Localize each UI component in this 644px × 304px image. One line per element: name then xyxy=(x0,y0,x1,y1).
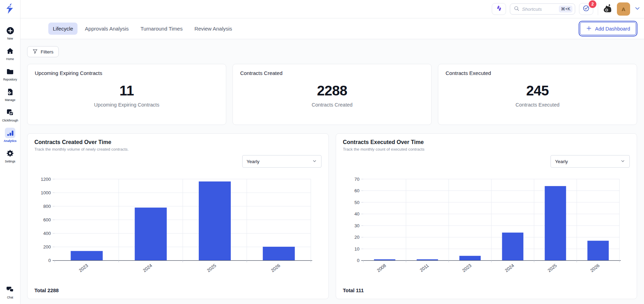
sidebar-nav: New Home Repository xyxy=(0,25,20,163)
period-select-value: Yearly xyxy=(247,159,260,164)
tasks-button[interactable]: 2 xyxy=(579,3,593,15)
mascot-avatar[interactable] xyxy=(603,3,613,15)
chart-header: Contracts Executed Over Time Track the m… xyxy=(343,139,630,151)
tab-turnaround-times[interactable]: Turnaround Times xyxy=(136,23,187,35)
sidebar-item-label: Home xyxy=(6,57,14,61)
svg-text:800: 800 xyxy=(43,204,51,209)
dashboard-content: Filters Upcoming Expiring Contracts 11 U… xyxy=(21,39,644,304)
bar-chart-icon xyxy=(5,128,15,138)
chart-total: Total 111 xyxy=(343,287,630,295)
svg-text:20: 20 xyxy=(354,235,359,240)
sidebar-item-clickthrough[interactable]: Clickthrough xyxy=(0,107,20,122)
chart-total: Total 2288 xyxy=(34,287,321,295)
folder-icon xyxy=(5,66,15,77)
tab-review-analysis[interactable]: Review Analysis xyxy=(190,23,236,35)
home-icon xyxy=(5,46,15,56)
svg-text:2023: 2023 xyxy=(461,263,472,273)
sidebar-item-analytics[interactable]: Analytics xyxy=(0,128,20,143)
filter-funnel-icon xyxy=(32,49,38,55)
svg-text:40: 40 xyxy=(354,211,359,217)
svg-text:1000: 1000 xyxy=(41,190,51,195)
svg-text:2026: 2026 xyxy=(270,263,281,273)
svg-text:2024: 2024 xyxy=(504,263,515,273)
chart-card-contracts-created: Contracts Created Over Time Track the mo… xyxy=(27,133,329,299)
svg-text:600: 600 xyxy=(43,217,51,222)
add-dashboard-button[interactable]: Add Dashboard xyxy=(580,22,636,35)
chat-icon xyxy=(5,284,15,295)
sidebar-item-label: Analytics xyxy=(4,139,17,143)
app-logo[interactable] xyxy=(0,0,20,18)
svg-text:2025: 2025 xyxy=(546,263,557,273)
chart-header: Contracts Created Over Time Track the mo… xyxy=(34,139,321,151)
svg-text:2011: 2011 xyxy=(419,263,430,273)
main-column: ⌘+K 2 A xyxy=(21,0,644,304)
sidebar-item-settings[interactable]: Settings xyxy=(0,148,20,163)
stat-card-title: Contracts Executed xyxy=(446,70,629,76)
sidebar-item-label: Repository xyxy=(3,78,17,81)
stat-card-title: Contracts Created xyxy=(240,70,424,76)
svg-text:50: 50 xyxy=(354,200,359,205)
user-avatar[interactable]: A xyxy=(617,2,630,16)
avatar-initial: A xyxy=(622,6,626,12)
svg-text:2008: 2008 xyxy=(376,263,387,273)
svg-text:10: 10 xyxy=(354,246,359,252)
stat-card-upcoming-expiring: Upcoming Expiring Contracts 11 Upcoming … xyxy=(27,64,226,125)
stat-value: 2288 xyxy=(317,83,347,98)
plus-icon xyxy=(586,25,592,32)
chart-subtitle: Track the monthly volume of newly create… xyxy=(34,147,321,151)
search-box[interactable]: ⌘+K xyxy=(510,3,575,15)
sidebar-item-chat[interactable]: Chat xyxy=(0,284,20,299)
topbar-divider xyxy=(598,3,598,15)
chart-cards-row: Contracts Created Over Time Track the mo… xyxy=(27,133,637,299)
svg-text:2023: 2023 xyxy=(78,263,89,273)
stat-value: 11 xyxy=(120,83,134,98)
ai-assistant-button[interactable] xyxy=(492,3,506,15)
sidebar-item-label: Clickthrough xyxy=(2,119,18,122)
svg-text:30: 30 xyxy=(354,223,359,228)
period-select-value: Yearly xyxy=(555,159,568,164)
notification-count-badge: 2 xyxy=(589,0,596,8)
dashboard-tabs: Lifecycle Approvals Analysis Turnaround … xyxy=(21,18,644,39)
chevron-down-icon[interactable] xyxy=(634,5,641,13)
svg-text:0: 0 xyxy=(357,258,359,263)
topbar: ⌘+K 2 A xyxy=(21,0,644,18)
gear-icon xyxy=(5,148,15,159)
svg-text:2024: 2024 xyxy=(142,263,153,273)
sidebar: New Home Repository xyxy=(0,0,21,304)
chart-title: Contracts Executed Over Time xyxy=(343,139,630,145)
stat-cards-row: Upcoming Expiring Contracts 11 Upcoming … xyxy=(27,64,637,125)
tab-lifecycle[interactable]: Lifecycle xyxy=(48,23,78,35)
stat-subtitle: Contracts Created xyxy=(312,102,353,108)
sidebar-item-repository[interactable]: Repository xyxy=(0,66,20,81)
svg-text:0: 0 xyxy=(48,258,51,263)
svg-text:60: 60 xyxy=(354,188,359,193)
period-select[interactable]: Yearly xyxy=(242,155,321,168)
svg-text:70: 70 xyxy=(354,177,359,182)
sidebar-item-label: Settings xyxy=(5,160,15,163)
sidebar-item-home[interactable]: Home xyxy=(0,46,20,61)
filters-button[interactable]: Filters xyxy=(27,46,59,57)
keyboard-shortcut-badge: ⌘+K xyxy=(559,6,572,12)
bar-chart-contracts-created[interactable]: 0200400600800100012002023202420252026 xyxy=(34,169,321,287)
stat-card-body: 11 Upcoming Expiring Contracts xyxy=(35,83,219,108)
chart-subtitle: Track the monthly count of executed cont… xyxy=(343,147,630,151)
tab-approvals-analysis[interactable]: Approvals Analysis xyxy=(80,23,133,35)
stat-card-contracts-executed: Contracts Executed 245 Contracts Execute… xyxy=(438,64,637,125)
bar-chart-contracts-executed[interactable]: 010203040506070200820112023202420252026 xyxy=(343,169,630,287)
filters-label: Filters xyxy=(41,49,54,54)
period-select[interactable]: Yearly xyxy=(551,155,630,168)
clickthrough-check-icon xyxy=(5,107,15,118)
sidebar-item-new[interactable]: New xyxy=(0,25,20,40)
chevron-down-icon xyxy=(312,159,317,164)
lightning-logo-icon xyxy=(4,2,16,16)
svg-text:400: 400 xyxy=(43,231,51,236)
app-root: New Home Repository xyxy=(0,0,644,304)
sidebar-item-manage[interactable]: Manage xyxy=(0,87,20,102)
svg-text:1200: 1200 xyxy=(41,177,51,182)
chart-card-contracts-executed: Contracts Executed Over Time Track the m… xyxy=(336,133,637,299)
document-gear-icon xyxy=(5,87,15,97)
search-input[interactable] xyxy=(522,7,556,12)
stat-subtitle: Upcoming Expiring Contracts xyxy=(94,102,160,108)
search-icon xyxy=(514,6,520,13)
stat-value: 245 xyxy=(526,83,549,98)
